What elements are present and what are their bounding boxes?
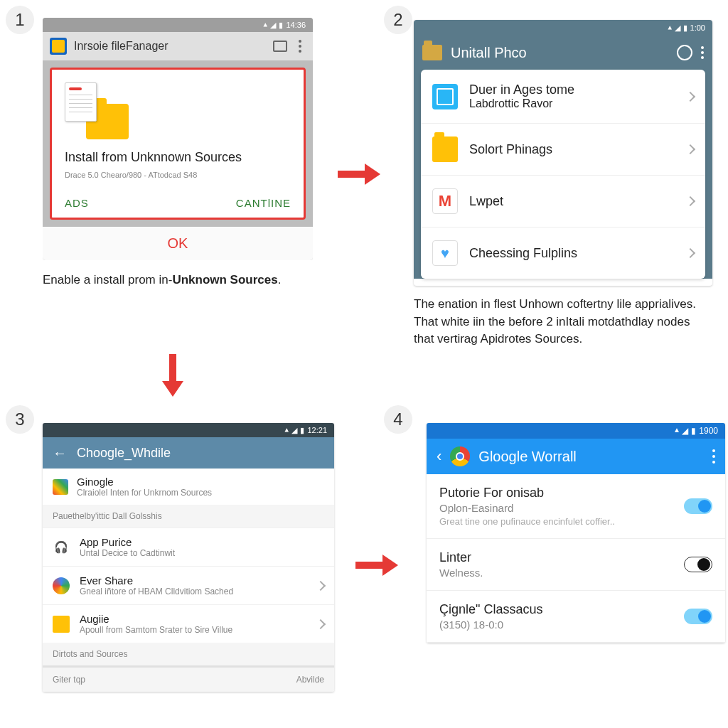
wifi-icon <box>263 21 267 30</box>
row-subtitle: Oplon-Easinard <box>439 502 674 514</box>
phone-frame-4: 1900 ‹ Gloogle Worrall Putorie For onisa… <box>427 423 725 643</box>
wifi-icon <box>668 23 672 33</box>
panel-2-caption: The enation in flest Unhown coftertny li… <box>414 296 712 348</box>
status-time: 1:00 <box>690 23 705 32</box>
gmail-icon: M <box>432 188 458 214</box>
app-bar: ‹ Gloogle Worrall <box>427 439 725 474</box>
row-subtitle: Untal Decice to Cadtinwit <box>80 548 324 558</box>
dialog-heading: Install from Unknnown Sources <box>65 150 291 165</box>
signal-icon <box>675 23 680 33</box>
settings-row[interactable]: Ever Share Gneal iñtore of HBAM Clldviti… <box>43 566 334 604</box>
battery-icon <box>279 21 283 30</box>
cast-icon[interactable] <box>273 41 287 52</box>
toggle-row[interactable]: Putorie For onisab Oplon-Easinard Great … <box>427 474 725 539</box>
app-title: Choogle_Whdile <box>77 446 171 461</box>
status-bar: 14:36 <box>43 18 313 32</box>
settings-body: Putorie For onisab Oplon-Easinard Great … <box>427 474 725 643</box>
toggle-switch[interactable] <box>684 557 712 572</box>
ok-button[interactable]: OK <box>43 227 313 260</box>
toggle-switch[interactable] <box>684 498 712 514</box>
install-dialog: Install from Unknnown Sources Drace 5.0 … <box>50 68 306 220</box>
wifi-icon <box>675 426 679 436</box>
panel-1-caption: Enable a install prom in-Unknown Sources… <box>43 273 313 287</box>
signal-icon <box>682 426 688 436</box>
step-badge-4: 4 <box>384 405 412 434</box>
more-icon[interactable] <box>701 46 704 59</box>
caption-pre: Enable a install prom in- <box>43 273 172 287</box>
app-titlebar: Unitall Phco <box>414 36 712 70</box>
battery-icon <box>691 426 696 436</box>
globe-icon <box>53 577 70 594</box>
phone-frame-1: 14:36 Inrsoie fileFanager Install from U… <box>43 18 313 260</box>
row-subtitle: Welness. <box>439 567 674 579</box>
more-icon[interactable] <box>294 40 306 53</box>
app-bar: ← Choogle_Whdile <box>43 437 334 469</box>
document-folder-icon <box>65 82 129 139</box>
arrow-right-2 <box>355 555 398 576</box>
back-chevron-icon[interactable]: ‹ <box>437 447 441 466</box>
chevron-right-icon <box>316 580 326 590</box>
row-title: Çignle" Classacus <box>439 602 674 617</box>
settings-icon[interactable] <box>677 45 692 60</box>
step-badge-3: 3 <box>6 405 34 434</box>
list-item[interactable]: Duer in Ages tome Labdrottic Ravor <box>421 70 705 124</box>
list-item[interactable]: Solort Phinags <box>421 124 705 176</box>
row-subtitle: Apoull from Samtom Srater to Sire Villue <box>80 625 307 635</box>
phone-frame-3: 12:21 ← Choogle_Whdile Ginogle Clraiolel… <box>43 423 334 692</box>
more-icon[interactable] <box>712 449 715 464</box>
source-list: Duer in Ages tome Labdrottic Ravor Solor… <box>421 70 705 279</box>
section-header: Pauethelby'ittic Dall Golsshis <box>43 505 334 528</box>
panel-3: 12:21 ← Choogle_Whdile Ginogle Clraiolel… <box>43 423 334 692</box>
settings-row[interactable]: Augiie Apoull from Samtom Srater to Sire… <box>43 604 334 643</box>
toggle-switch[interactable] <box>684 609 712 624</box>
app-titlebar: Inrsoie fileFanager <box>43 32 313 60</box>
settings-row[interactable]: App Purice Untal Decice to Cadtinwit <box>43 528 334 566</box>
folder-icon <box>432 136 458 162</box>
settings-body: Ginogle Clraiolel Inten for Unkrnom Sour… <box>43 469 334 692</box>
row-subtitle: (3150) 18-0:0 <box>439 619 674 631</box>
row-title: Putorie For onisab <box>439 486 674 500</box>
status-time: 1900 <box>699 426 718 436</box>
ads-button[interactable]: ADS <box>65 197 89 209</box>
row-title: Ever Share <box>80 574 307 587</box>
header-item[interactable]: Ginogle Clraiolel Inten for Unkrnom Sour… <box>43 469 334 505</box>
signal-icon <box>270 21 276 30</box>
document-icon <box>65 82 97 122</box>
panel-2: 1:00 Unitall Phco Duer in Ages tome Labd… <box>414 20 712 348</box>
footer-right: Abvilde <box>296 675 324 685</box>
battery-icon <box>300 426 304 435</box>
row-title: Augiie <box>80 613 307 625</box>
app-icon <box>50 38 67 55</box>
document-icon <box>432 84 458 109</box>
panel-4: 1900 ‹ Gloogle Worrall Putorie For onisa… <box>427 423 725 643</box>
footer-left: Giter tqp <box>53 675 85 685</box>
toggle-row[interactable]: Çignle" Classacus (3150) 18-0:0 <box>427 591 725 643</box>
list-item[interactable]: M Lwpet <box>421 176 705 228</box>
footer: Giter tqp Abvilde <box>43 665 334 692</box>
status-bar: 1900 <box>427 423 725 439</box>
chevron-right-icon <box>316 619 326 628</box>
status-bar: 12:21 <box>43 423 334 437</box>
dialog-actions: ADS CANTlINE <box>65 197 291 218</box>
google-icon <box>53 479 68 495</box>
folder-icon <box>53 616 70 633</box>
row-subtitle: Gneal iñtore of HBAM Clldvitiom Sached <box>80 587 307 596</box>
dialog-subtitle: Drace 5.0 Chearo/980 - ATtodcad S48 <box>65 171 291 179</box>
continue-button[interactable]: CANTlINE <box>236 197 291 209</box>
row-title: App Purice <box>80 536 324 548</box>
list-item-title: Lwpet <box>469 194 675 209</box>
list-item-title: Duer in Ages tome <box>469 82 675 97</box>
toggle-row[interactable]: Linter Welness. <box>427 539 725 591</box>
list-item[interactable]: Cheessing Fulplins <box>421 228 705 279</box>
step-badge-2: 2 <box>384 6 412 34</box>
back-arrow-icon[interactable]: ← <box>53 445 67 461</box>
list-item-subtitle: Labdrottic Ravor <box>469 97 675 110</box>
section-header: Dirtots and Sources <box>43 643 334 665</box>
row-title: Linter <box>439 550 674 565</box>
status-time: 12:21 <box>307 426 327 434</box>
headset-icon <box>53 539 70 556</box>
caption-bold: Unknown Sources <box>172 273 277 287</box>
row-description: Great tine one pufinauce encinfulet coff… <box>439 516 674 527</box>
app-title: Inrsoie fileFanager <box>74 40 266 53</box>
arrow-right-1 <box>338 164 380 185</box>
